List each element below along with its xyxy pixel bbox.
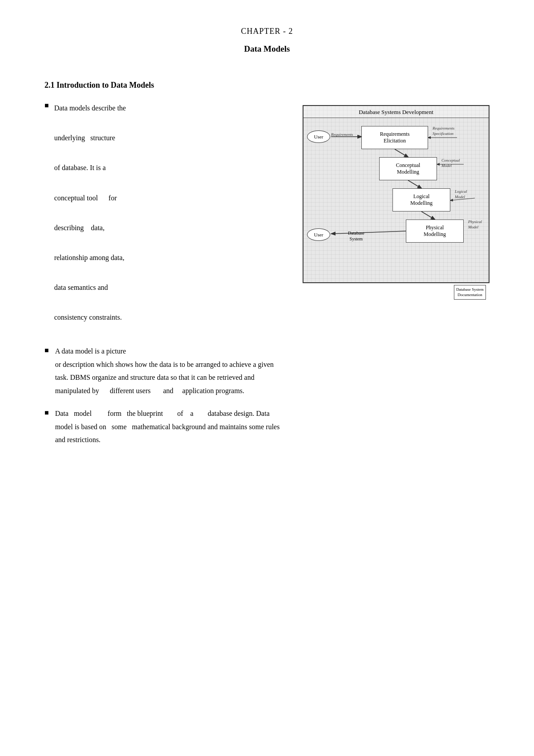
req-spec-label: RequirementsSpecification — [433, 126, 454, 136]
svg-line-3 — [421, 211, 435, 219]
user-circle-bottom: User — [307, 228, 330, 241]
bullet-item-1: ■ Data models describe the underlying st… — [44, 101, 289, 325]
svg-line-1 — [395, 149, 408, 157]
bullet-item-3: ■ Data model form the blueprint of a dat… — [44, 407, 490, 447]
physical-box: PhysicalModelling — [406, 219, 464, 243]
section-heading: 2.1 Introduction to Data Models — [44, 81, 490, 90]
req-elicit-text: RequirementsElicitation — [380, 131, 410, 144]
conceptual-model-text: ConceptualModel — [441, 158, 460, 168]
user-circle-top: User — [307, 130, 330, 143]
db-system-text: DatabaseSystem — [348, 231, 364, 241]
physical-text: PhysicalModelling — [424, 224, 446, 238]
bullet-marker-1: ■ — [44, 102, 49, 110]
db-system-label: DatabaseSystem — [348, 230, 364, 242]
bullet-marker-2: ■ — [44, 346, 49, 354]
physical-model-label: PhysicalModel — [468, 219, 482, 230]
bullet-text-3: Data model form the blueprint of a datab… — [55, 407, 280, 447]
logical-box: LogicalModelling — [392, 188, 450, 211]
diagram-inner: User Requirements RequirementsElicitatio… — [303, 118, 489, 281]
logical-model-text: LogicalModel — [455, 189, 467, 199]
svg-line-2 — [408, 180, 421, 188]
requirements-label: Requirements — [331, 132, 353, 137]
content-area: ■ Data models describe the underlying st… — [44, 101, 490, 331]
conceptual-text: ConceptualModelling — [396, 162, 421, 175]
conceptual-model-label: ConceptualModel — [441, 158, 460, 168]
diagram-container: Database Systems Development — [303, 105, 490, 283]
svg-line-4 — [332, 231, 406, 234]
req-spec-text: RequirementsSpecification — [433, 126, 454, 136]
conceptual-box: ConceptualModelling — [379, 157, 437, 180]
bullet-marker-3: ■ — [44, 409, 49, 417]
physical-model-text: PhysicalModel — [468, 219, 482, 229]
bullet-section-left: ■ Data models describe the underlying st… — [44, 101, 289, 331]
logical-model-label: LogicalModel — [455, 189, 467, 199]
db-doc-text: Database System Documentation — [456, 287, 484, 297]
logical-text: LogicalModelling — [410, 193, 433, 207]
bullet-text-1: Data models describe the underlying stru… — [54, 101, 126, 325]
req-elicit-box: RequirementsElicitation — [361, 126, 428, 149]
db-doc-box: Database System Documentation — [454, 285, 486, 300]
diagram-area: Database Systems Development — [303, 105, 490, 300]
diagram-title: Database Systems Development — [303, 106, 489, 118]
bullet-item-2: ■ A data model is a picture or descripti… — [44, 345, 490, 397]
section-title: Data Models — [44, 44, 490, 54]
bullets-full: ■ A data model is a picture or descripti… — [44, 345, 490, 447]
chapter-title: CHAPTER - 2 — [44, 27, 490, 36]
bullet-text-2: A data model is a picture or description… — [55, 345, 274, 397]
